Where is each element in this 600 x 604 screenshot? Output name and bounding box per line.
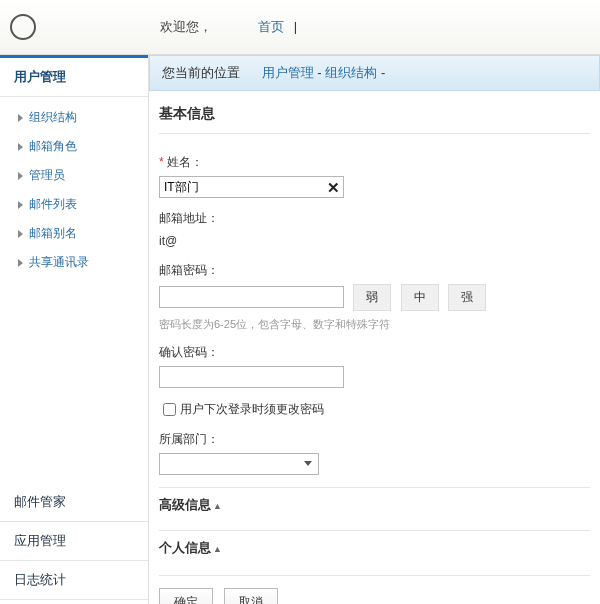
sidebar-tab-log-stats[interactable]: 日志统计 (0, 561, 148, 600)
main-panel: 您当前的位置 用户管理 - 组织结构 - 基本信息 *姓名： ✕ 邮箱地址： i… (148, 55, 600, 604)
chevron-right-icon (18, 259, 23, 267)
sidebar-tab-app-mgmt[interactable]: 应用管理 (0, 522, 148, 561)
dept-select[interactable] (159, 453, 319, 475)
sidebar-item-roles[interactable]: 邮箱角色 (18, 132, 148, 161)
chevron-right-icon (18, 172, 23, 180)
chevron-up-icon: ▲ (213, 544, 222, 554)
breadcrumb-user-mgmt[interactable]: 用户管理 (262, 65, 314, 80)
chevron-right-icon (18, 201, 23, 209)
name-label: *姓名： (159, 154, 590, 171)
chevron-right-icon (18, 114, 23, 122)
top-nav: 首页 | (252, 18, 297, 36)
breadcrumb-label: 您当前的位置 (162, 65, 240, 80)
sidebar-item-label: 邮箱角色 (29, 138, 77, 155)
sidebar-item-maillist[interactable]: 邮件列表 (18, 190, 148, 219)
nav-home-link[interactable]: 首页 (258, 19, 284, 34)
sidebar-tab-user-mgmt[interactable]: 用户管理 (0, 55, 148, 97)
sidebar-item-contacts[interactable]: 共享通讯录 (18, 248, 148, 277)
section-advanced-toggle[interactable]: 高级信息▲ (159, 487, 590, 522)
sidebar-tab-mail-mgr[interactable]: 邮件管家 (0, 483, 148, 522)
confirm-input[interactable] (159, 366, 344, 388)
sidebar-item-label: 共享通讯录 (29, 254, 89, 271)
change-pwd-label: 用户下次登录时须更改密码 (180, 401, 324, 418)
email-value: it@ (159, 232, 590, 250)
top-header: 欢迎您， 首页 | (0, 0, 600, 55)
section-personal-toggle[interactable]: 个人信息▲ (159, 530, 590, 565)
sidebar-item-label: 组织结构 (29, 109, 77, 126)
email-label: 邮箱地址： (159, 210, 590, 227)
sidebar-item-label: 管理员 (29, 167, 65, 184)
section-advanced-title: 高级信息 (159, 497, 211, 512)
chevron-right-icon (18, 230, 23, 238)
section-personal-title: 个人信息 (159, 540, 211, 555)
breadcrumb: 您当前的位置 用户管理 - 组织结构 - (149, 55, 600, 91)
cancel-button[interactable]: 取消 (224, 588, 278, 604)
sidebar-tab-sys-settings[interactable]: 系统设置 (0, 600, 148, 604)
breadcrumb-org[interactable]: 组织结构 (325, 65, 377, 80)
breadcrumb-sep: - (381, 65, 385, 80)
nav-separator: | (294, 19, 297, 34)
close-icon[interactable]: ✕ (327, 179, 340, 197)
strength-mid: 中 (401, 284, 439, 311)
name-input[interactable] (159, 176, 344, 198)
chevron-up-icon: ▲ (213, 501, 222, 511)
sidebar-item-org[interactable]: 组织结构 (18, 103, 148, 132)
pwd-label: 邮箱密码： (159, 262, 590, 279)
change-pwd-checkbox[interactable] (163, 403, 176, 416)
chevron-down-icon (304, 461, 312, 466)
strength-strong: 强 (448, 284, 486, 311)
sidebar-item-admin[interactable]: 管理员 (18, 161, 148, 190)
section-basic-title: 基本信息 (159, 105, 590, 134)
chevron-right-icon (18, 143, 23, 151)
sidebar-item-label: 邮箱别名 (29, 225, 77, 242)
dept-label: 所属部门： (159, 431, 590, 448)
pwd-hint: 密码长度为6-25位，包含字母、数字和特殊字符 (159, 317, 590, 332)
sidebar-item-label: 邮件列表 (29, 196, 77, 213)
ok-button[interactable]: 确定 (159, 588, 213, 604)
sidebar: 用户管理 组织结构 邮箱角色 管理员 邮件列表 邮箱别名 共享通讯录 邮件管家 … (0, 55, 148, 604)
sidebar-item-alias[interactable]: 邮箱别名 (18, 219, 148, 248)
logo-icon (10, 14, 36, 40)
pwd-input[interactable] (159, 286, 344, 308)
logo (10, 9, 140, 45)
strength-weak: 弱 (353, 284, 391, 311)
welcome-text: 欢迎您， (160, 18, 212, 36)
confirm-label: 确认密码： (159, 344, 590, 361)
